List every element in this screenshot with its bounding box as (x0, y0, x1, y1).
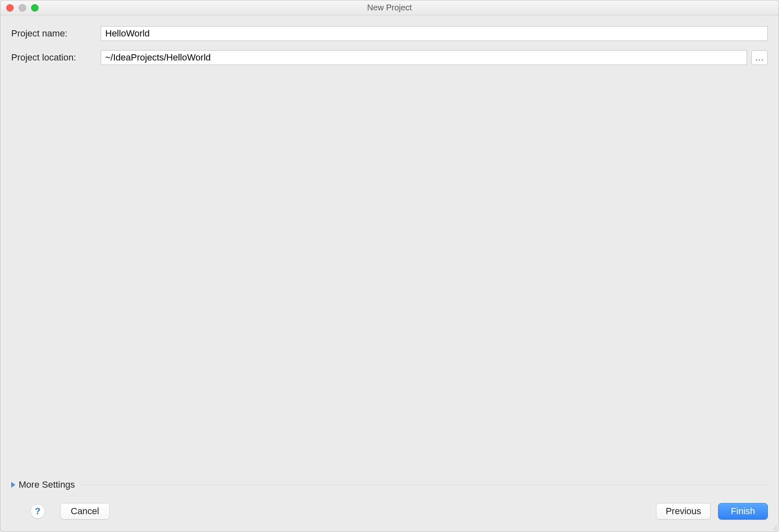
project-location-row: Project location: … (11, 50, 768, 65)
project-location-input[interactable] (101, 50, 747, 65)
zoom-window-button[interactable] (31, 4, 39, 12)
project-name-label: Project name: (11, 28, 101, 39)
content-spacer (11, 74, 768, 477)
new-project-dialog: New Project Project name: Project locati… (0, 0, 779, 532)
more-settings-toggle[interactable]: More Settings (11, 477, 768, 498)
titlebar: New Project (0, 0, 779, 15)
help-icon: ? (35, 506, 40, 517)
ellipsis-icon: … (755, 52, 764, 63)
svg-line-2 (776, 529, 777, 530)
dialog-content: Project name: Project location: … More S… (0, 15, 779, 498)
browse-location-button[interactable]: … (751, 50, 768, 65)
window-title: New Project (0, 3, 779, 12)
disclosure-triangle-icon (11, 482, 15, 488)
finish-button[interactable]: Finish (718, 503, 768, 520)
button-bar: ? Cancel Previous Finish (0, 498, 779, 532)
close-window-button[interactable] (6, 4, 14, 12)
previous-button[interactable]: Previous (656, 503, 711, 520)
more-settings-separator (81, 485, 768, 485)
help-button[interactable]: ? (30, 504, 45, 519)
minimize-window-button[interactable] (19, 4, 26, 12)
project-name-input[interactable] (101, 26, 768, 41)
project-location-label: Project location: (11, 52, 101, 63)
more-settings-label: More Settings (19, 479, 75, 490)
resize-grip[interactable] (772, 525, 777, 530)
window-controls (6, 4, 39, 12)
project-name-row: Project name: (11, 26, 768, 41)
cancel-button[interactable]: Cancel (60, 503, 110, 520)
